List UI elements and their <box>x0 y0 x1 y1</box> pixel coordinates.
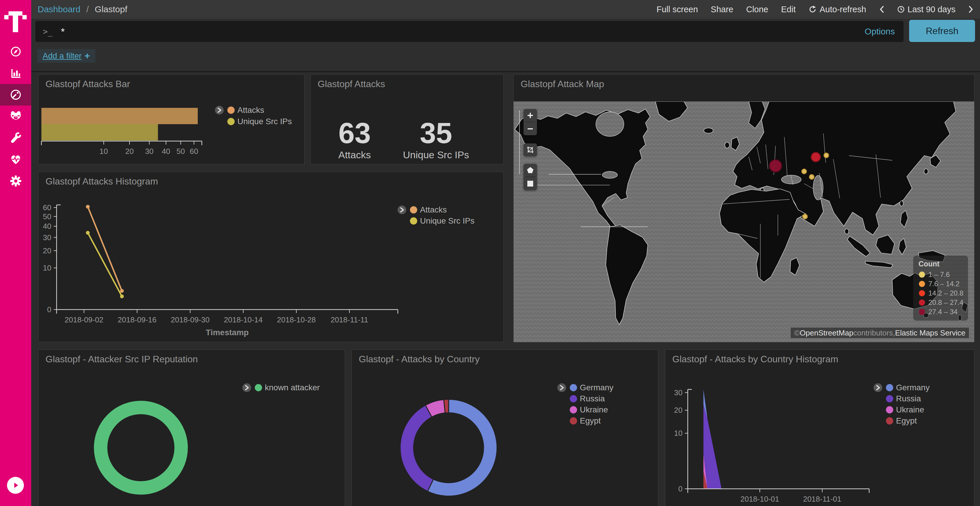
polygon-icon <box>527 167 534 174</box>
world-map[interactable]: Count 1 – 7.6 7.6 – 14.2 14.2 – 20.8 20.… <box>514 102 974 342</box>
edit-button[interactable]: Edit <box>781 5 795 14</box>
legend-dot <box>886 384 893 392</box>
breadcrumb-dashboard-link[interactable]: Dashboard <box>38 5 81 14</box>
svg-text:Russia: Russia <box>896 394 921 403</box>
full-screen-button[interactable]: Full screen <box>657 5 698 14</box>
svg-text:Germany: Germany <box>580 383 613 392</box>
auto-refresh-button[interactable]: Auto-refresh <box>808 5 866 14</box>
legend-item[interactable]: 7.6 – 14.2 <box>918 279 968 289</box>
svg-text:50: 50 <box>177 147 185 155</box>
sidebar-expand-button[interactable] <box>7 477 24 494</box>
legend-toggle-icon <box>557 383 566 392</box>
add-filter-button[interactable]: Add a filter + <box>37 49 95 63</box>
panel-title: Glastopf Attacks <box>318 79 385 89</box>
attack-marker[interactable] <box>803 214 807 219</box>
panel-attack-map: Glastopf Attack Map <box>513 75 974 342</box>
compass-icon <box>10 45 22 58</box>
map-attribution: © OpenStreetMap contributors, Elastic Ma… <box>791 328 969 338</box>
svg-text:30: 30 <box>145 147 153 155</box>
attacks-histogram-chart[interactable]: 01020304050602018-09-022018-09-162018-09… <box>38 172 503 342</box>
world-map-canvas[interactable] <box>514 102 974 342</box>
time-forward-button[interactable] <box>968 5 974 13</box>
legend-item[interactable]: 14.2 – 20.8 <box>918 289 968 298</box>
attacks-by-country-area-chart[interactable]: 01020302018-10-012018-11-01TimestampGerm… <box>665 350 974 506</box>
attacks-by-country-donut[interactable]: GermanyRussiaUkraineEgypt <box>352 350 658 506</box>
panel-attacks-bar: Glastopf Attacks Bar 102030405060Attacks… <box>38 75 304 164</box>
legend-item[interactable]: 27.4 – 34 <box>918 307 968 317</box>
bear-icon <box>10 110 22 123</box>
elastic-maps-service-link[interactable]: Elastic Maps Service <box>895 328 966 338</box>
legend-dot <box>919 290 925 297</box>
breadcrumb-separator: / <box>86 5 89 14</box>
zoom-out-button[interactable] <box>523 122 537 135</box>
attack-marker[interactable] <box>810 174 814 179</box>
chart-legend[interactable]: GermanyRussiaUkraineEgypt <box>557 383 613 425</box>
options-link[interactable]: Options <box>865 27 895 36</box>
clone-button[interactable]: Clone <box>746 5 768 14</box>
openstreetmap-link[interactable]: OpenStreetMap <box>800 328 853 338</box>
sidebar-item-dashboard[interactable] <box>0 84 31 106</box>
map-draw-controls <box>523 164 537 190</box>
zoom-in-button[interactable] <box>523 109 537 122</box>
search-input[interactable]: >_ * Options <box>35 21 904 42</box>
heartbeat-icon <box>10 153 22 166</box>
breadcrumb-current: Glastopf <box>95 5 127 14</box>
refresh-button[interactable]: Refresh <box>909 20 975 42</box>
chart-legend[interactable]: GermanyRussiaUkraineEgypt <box>873 383 929 425</box>
map-zoom-controls <box>523 109 537 135</box>
svg-text:60: 60 <box>43 203 51 212</box>
svg-text:40: 40 <box>43 222 51 230</box>
fit-bounds-button[interactable] <box>523 143 537 156</box>
svg-text:2018-10-28: 2018-10-28 <box>277 316 316 324</box>
svg-text:20: 20 <box>674 406 682 414</box>
time-range-picker[interactable]: Last 90 days <box>897 5 956 14</box>
attack-marker[interactable] <box>811 152 821 162</box>
draw-polygon-button[interactable] <box>523 164 537 177</box>
slice-Russia[interactable] <box>400 405 433 491</box>
map-count-legend: Count 1 – 7.6 7.6 – 14.2 14.2 – 20.8 20.… <box>913 255 968 320</box>
attacks-bar-chart[interactable]: 102030405060AttacksUnique Src IPs <box>38 75 304 164</box>
sidebar-item-monitoring[interactable] <box>0 149 31 170</box>
legend-dot <box>919 300 925 306</box>
refresh-cycle-icon <box>808 5 817 13</box>
svg-text:10: 10 <box>99 147 108 155</box>
attack-marker[interactable] <box>824 153 829 158</box>
svg-text:Timestamp: Timestamp <box>205 328 248 337</box>
svg-text:Egypt: Egypt <box>580 416 601 425</box>
legend-item[interactable]: 1 – 7.6 <box>918 270 968 279</box>
sidebar-item-discover[interactable] <box>0 41 31 62</box>
minus-icon <box>527 125 534 132</box>
panel-attacks-metric: Glastopf Attacks 63 Attacks 35 Unique Sr… <box>310 75 504 164</box>
chart-legend[interactable]: AttacksUnique Src IPs <box>398 205 474 225</box>
attack-marker[interactable] <box>802 169 807 174</box>
attack-marker[interactable] <box>769 160 782 172</box>
sidebar-item-dev-tools[interactable] <box>0 127 31 149</box>
metric-unique-src-ips: 35 Unique Src IPs <box>403 118 469 160</box>
src-ip-reputation-donut[interactable]: known attacker <box>38 350 345 506</box>
chart-legend[interactable]: AttacksUnique Src IPs <box>215 106 292 126</box>
legend-dot <box>228 118 235 125</box>
sidebar-item-management[interactable] <box>0 170 31 192</box>
panel-attacks-histogram: Glastopf Attacks Histogram 0102030405060… <box>38 172 504 342</box>
svg-text:30: 30 <box>43 233 51 242</box>
legend-dot <box>886 406 893 414</box>
svg-text:2018-10-01: 2018-10-01 <box>741 495 780 503</box>
svg-text:Ukraine: Ukraine <box>580 405 608 414</box>
slice-Egypt[interactable] <box>444 399 449 413</box>
rectangle-icon <box>527 180 534 187</box>
sidebar-item-visualize[interactable] <box>0 62 31 84</box>
draw-rectangle-button[interactable] <box>523 177 537 190</box>
gauge-icon <box>10 88 22 101</box>
chart-legend[interactable]: known attacker <box>242 383 320 392</box>
svg-text:40: 40 <box>162 147 170 155</box>
terminal-prompt-icon: >_ <box>43 27 53 36</box>
legend-item[interactable]: 20.8 – 27.4 <box>918 298 968 307</box>
telekom-logo[interactable] <box>3 8 27 33</box>
panel-attacks-by-country: Glastopf - Attacks by Country GermanyRus… <box>352 349 658 506</box>
legend-title: Count <box>918 260 968 268</box>
svg-text:30: 30 <box>674 388 682 397</box>
share-button[interactable]: Share <box>711 5 733 14</box>
legend-dot <box>919 281 925 287</box>
sidebar-item-timelion[interactable] <box>0 106 31 127</box>
time-back-button[interactable] <box>879 5 885 13</box>
